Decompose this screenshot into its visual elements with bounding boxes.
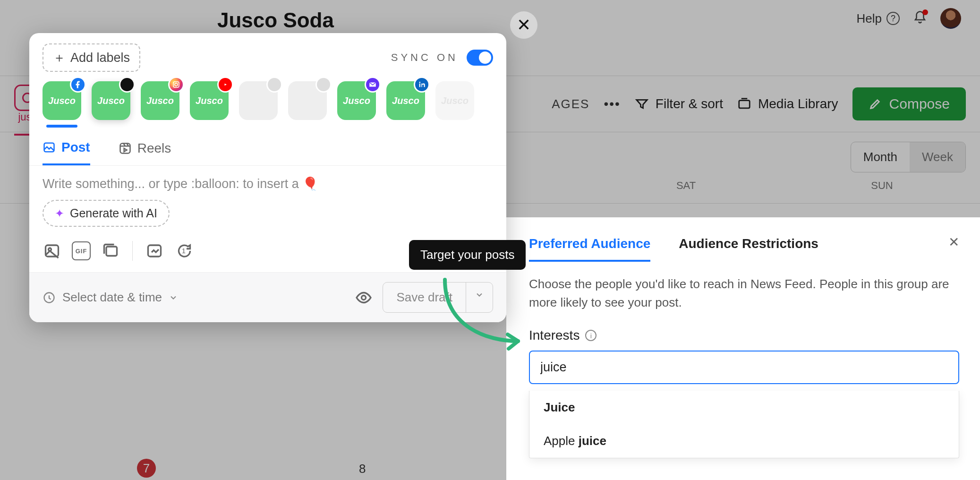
filter-label: Filter & sort: [656, 96, 723, 111]
calendar-view-toggle[interactable]: Month Week: [851, 142, 966, 172]
svg-point-2: [175, 83, 178, 86]
audience-tabs: Preferred Audience Audience Restrictions…: [529, 236, 959, 262]
instagram-badge-icon: [168, 77, 184, 93]
interests-dropdown: Juice Apple juice: [529, 391, 959, 458]
interests-text: Interests: [529, 328, 579, 343]
x-icon: [119, 77, 135, 93]
generate-ai-label: Generate with AI: [70, 206, 157, 220]
mail-icon: [365, 77, 381, 93]
account-youtube[interactable]: Jusco: [190, 81, 229, 120]
close-modal-button[interactable]: ✕: [510, 11, 537, 39]
page-title: Jusco Soda: [217, 9, 334, 32]
chevron-down-icon: [169, 293, 178, 302]
tab-audience-restrictions[interactable]: Audience Restrictions: [679, 236, 818, 262]
compose-footer: Select date & time Save draft: [29, 272, 506, 322]
sparkle-icon: ✦: [55, 207, 64, 220]
add-labels-text: Add labels: [70, 51, 130, 65]
svg-rect-0: [739, 101, 750, 108]
tab-preferred-audience[interactable]: Preferred Audience: [529, 236, 650, 262]
save-draft-label: Save draft: [383, 283, 466, 312]
select-date-button[interactable]: Select date & time: [43, 290, 178, 305]
account-x[interactable]: Jusco: [92, 81, 130, 120]
notification-dot-icon: [922, 9, 928, 15]
generate-ai-button[interactable]: ✦ Generate with AI: [43, 200, 170, 227]
day-sun: SUN: [784, 180, 980, 192]
svg-rect-5: [46, 245, 59, 257]
account-facebook[interactable]: Jusco: [43, 81, 81, 120]
notifications-button[interactable]: [913, 10, 927, 26]
week-toggle[interactable]: Week: [910, 142, 965, 172]
toggle-switch-icon[interactable]: [467, 50, 493, 66]
svg-text:1: 1: [182, 247, 186, 255]
pages-label: AGES: [552, 97, 589, 111]
svg-point-18: [362, 295, 366, 300]
sync-toggle[interactable]: SYNC ON: [391, 50, 493, 66]
pin-icon: [315, 77, 332, 93]
tab-reels-label: Reels: [137, 141, 171, 156]
day-sat: SAT: [588, 180, 784, 192]
pencil-icon: [869, 97, 882, 111]
media-icon: [737, 97, 751, 111]
add-image-button[interactable]: [43, 241, 61, 260]
compose-label: Compose: [889, 96, 950, 112]
reuse-content-button[interactable]: [145, 241, 164, 260]
save-options-chevron[interactable]: [466, 283, 493, 312]
account-mailchimp[interactable]: Jusco: [337, 81, 376, 120]
account-linkedin[interactable]: Jusco: [386, 81, 425, 120]
image-icon: [43, 141, 56, 154]
reels-icon: [119, 142, 132, 155]
funnel-icon: [635, 97, 649, 111]
interest-option[interactable]: Juice: [529, 391, 959, 424]
month-toggle[interactable]: Month: [851, 142, 910, 172]
audience-panel: Preferred Audience Audience Restrictions…: [506, 217, 980, 480]
account-pinterest[interactable]: [288, 81, 327, 120]
tab-post[interactable]: Post: [43, 140, 90, 165]
sync-label: SYNC ON: [391, 51, 458, 64]
help-link[interactable]: Help ?: [857, 11, 900, 26]
save-draft-button[interactable]: Save draft: [383, 282, 493, 313]
info-icon[interactable]: i: [585, 330, 597, 341]
preview-button[interactable]: [354, 288, 373, 307]
content-type-tabs: Post Reels: [29, 124, 506, 166]
chevron-down-icon: [475, 290, 484, 300]
add-gif-button[interactable]: GIF: [72, 241, 91, 260]
more-button[interactable]: •••: [604, 96, 620, 111]
linkedin-icon: [414, 77, 430, 93]
compose-button[interactable]: Compose: [852, 87, 966, 120]
svg-rect-1: [173, 82, 179, 87]
interest-option[interactable]: Apple juice: [529, 424, 959, 458]
post-composer[interactable]: Write something... or type :balloon: to …: [29, 166, 506, 231]
add-gallery-button[interactable]: [101, 241, 120, 260]
storefront-icon: [266, 77, 282, 93]
topbar: Help ?: [0, 0, 980, 37]
filter-sort-button[interactable]: Filter & sort: [635, 96, 723, 111]
help-label: Help: [857, 11, 882, 26]
tab-reels[interactable]: Reels: [119, 140, 171, 165]
calendar-day-8[interactable]: 8: [359, 462, 366, 476]
help-icon: ?: [886, 12, 900, 25]
add-labels-button[interactable]: ＋ Add labels: [43, 43, 140, 72]
composer-placeholder: Write something... or type :balloon: to …: [43, 176, 493, 191]
select-date-label: Select date & time: [62, 290, 162, 305]
target-tooltip: Target your posts: [409, 240, 526, 270]
calendar-day-7[interactable]: 7: [137, 459, 156, 478]
first-comment-button[interactable]: 1: [174, 241, 193, 260]
avatar[interactable]: [940, 8, 961, 29]
account-selector: Jusco Jusco Jusco Jusco Jusco Jusco Jusc…: [29, 77, 506, 121]
interests-input[interactable]: [529, 351, 959, 384]
facebook-icon: [70, 77, 86, 93]
tab-post-label: Post: [61, 140, 90, 155]
svg-rect-7: [106, 247, 117, 256]
account-more[interactable]: Jusco: [435, 81, 474, 120]
interests-label: Interests i: [529, 328, 959, 343]
plus-icon: ＋: [53, 49, 66, 66]
clock-icon: [43, 291, 56, 304]
audience-description: Choose the people you'd like to reach in…: [529, 275, 959, 312]
close-audience-button[interactable]: ✕: [948, 234, 959, 250]
media-label: Media Library: [758, 96, 838, 111]
account-gbp[interactable]: [239, 81, 278, 120]
youtube-icon: [217, 77, 233, 93]
compose-modal: ＋ Add labels SYNC ON Jusco Jusco Jusco J…: [29, 33, 506, 322]
media-library-button[interactable]: Media Library: [737, 96, 838, 111]
account-instagram[interactable]: Jusco: [141, 81, 179, 120]
